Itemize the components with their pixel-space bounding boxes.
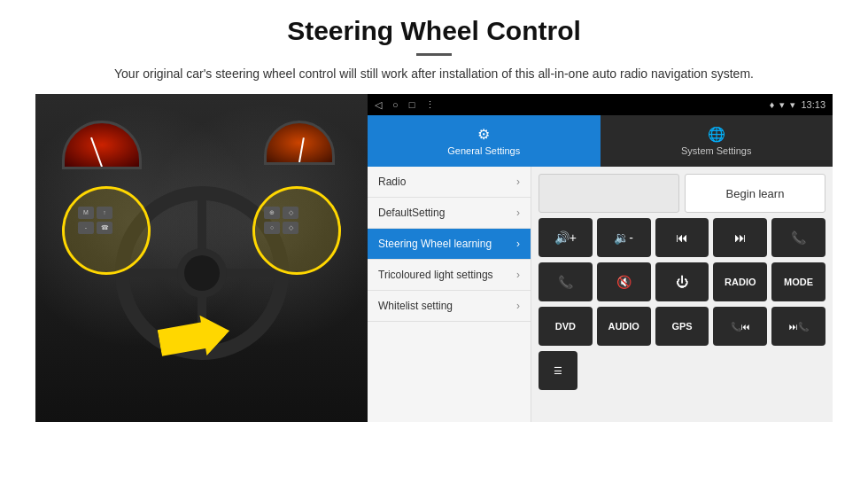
phone-prev-button[interactable]: 📞⏮ [713, 307, 767, 346]
gps-label: GPS [671, 321, 692, 332]
mode-button[interactable]: MODE [771, 262, 825, 301]
menu-item-whitelist[interactable]: Whitelist setting › [368, 291, 531, 322]
top-row: Begin learn [539, 174, 825, 213]
control-row-3: DVD AUDIO GPS 📞⏮ ⏭📞 [539, 307, 825, 346]
phone-next-icon: ⏭📞 [789, 322, 809, 332]
dvd-button[interactable]: DVD [539, 307, 593, 346]
control-row-2: 📞 🔇 ⏻ RADIO MODE [539, 262, 825, 301]
nav-menu-icon[interactable]: ⋮ [425, 99, 435, 111]
menu-default-label: DefaultSetting [378, 207, 445, 219]
dvd-label: DVD [555, 321, 576, 332]
control-row-1: 🔊+ 🔉- ⏮ ⏭ 📞 [539, 218, 825, 257]
phone-prev-icon: 📞⏮ [731, 322, 750, 332]
phone-next-button[interactable]: ⏭📞 [771, 307, 825, 346]
audio-label: AUDIO [608, 321, 639, 332]
vol-up-button[interactable]: 🔊+ [539, 218, 593, 257]
page-title: Steering Wheel Control [35, 16, 833, 46]
btn-r1[interactable]: ⊕ [264, 207, 280, 219]
answer-button[interactable]: 📞 [539, 262, 593, 301]
status-bar-right: ♦ ▾ ▾ 13:13 [770, 99, 825, 111]
gps-button[interactable]: GPS [655, 307, 709, 346]
vol-up-icon: 🔊+ [554, 230, 577, 245]
menu-steering-label: Steering Wheel learning [378, 238, 492, 250]
tab-bar: ⚙ General Settings 🌐 System Settings [368, 115, 833, 167]
car-visual: M ↑ - ☎ ⊕ ◇ [35, 94, 368, 422]
menu-radio-label: Radio [378, 176, 406, 188]
chevron-tricoloured: › [516, 269, 520, 281]
chevron-default: › [516, 207, 520, 219]
svg-marker-7 [156, 311, 233, 363]
empty-display-box [539, 174, 679, 213]
phone-icon: 📞 [791, 230, 806, 245]
mute-icon: 🔇 [616, 275, 632, 289]
power-icon: ⏻ [676, 275, 688, 289]
next-track-button[interactable]: ⏭ [713, 218, 767, 257]
right-button-cluster: ⊕ ◇ ○ ◇ [264, 207, 298, 234]
vol-down-button[interactable]: 🔉- [597, 218, 651, 257]
status-bar: ◁ ○ □ ⋮ ♦ ▾ ▾ 13:13 [368, 94, 833, 115]
car-image-section: M ↑ - ☎ ⊕ ◇ [35, 94, 368, 422]
list-icon: ☰ [554, 365, 562, 377]
android-ui: ◁ ○ □ ⋮ ♦ ▾ ▾ 13:13 ⚙ General Settings [368, 94, 833, 422]
title-section: Steering Wheel Control Your original car… [35, 16, 833, 83]
status-time: 13:13 [801, 99, 825, 110]
vol-down-icon: 🔉- [614, 230, 633, 245]
menu-tricoloured-label: Tricoloured light settings [378, 269, 493, 281]
btn-up[interactable]: ↑ [97, 207, 112, 219]
menu-item-default-setting[interactable]: DefaultSetting › [368, 198, 531, 229]
audio-button[interactable]: AUDIO [597, 307, 651, 346]
menu-whitelist-label: Whitelist setting [378, 300, 453, 312]
phone-button[interactable]: 📞 [771, 218, 825, 257]
gauge-left [62, 121, 142, 169]
system-settings-icon: 🌐 [708, 126, 725, 143]
menu-item-tricoloured[interactable]: Tricoloured light settings › [368, 260, 531, 291]
highlight-circle-right: ⊕ ◇ ○ ◇ [252, 186, 341, 275]
chevron-whitelist: › [516, 300, 520, 312]
wifi-icon: ▾ [790, 99, 795, 111]
list-menu-button[interactable]: ☰ [539, 351, 577, 390]
tab-system-label: System Settings [681, 145, 751, 156]
title-divider [416, 53, 452, 56]
radio-button[interactable]: RADIO [713, 262, 767, 301]
menu-list: Radio › DefaultSetting › Steering Wheel … [368, 167, 531, 422]
control-panel: Begin learn 🔊+ 🔉- ⏮ [531, 167, 833, 422]
power-button[interactable]: ⏻ [655, 262, 709, 301]
chevron-steering: › [516, 238, 520, 250]
highlight-circle-left: M ↑ - ☎ [62, 186, 151, 275]
main-panel: Radio › DefaultSetting › Steering Wheel … [368, 167, 833, 422]
status-bar-nav: ◁ ○ □ ⋮ [375, 99, 435, 111]
prev-track-button[interactable]: ⏮ [655, 218, 709, 257]
signal-icon: ▾ [779, 99, 785, 111]
radio-label: RADIO [725, 277, 756, 287]
nav-recents-icon[interactable]: □ [409, 99, 415, 111]
page-subtitle: Your original car's steering wheel contr… [102, 65, 766, 83]
tab-general-label: General Settings [447, 145, 520, 156]
mute-button[interactable]: 🔇 [597, 262, 651, 301]
control-row-4: ☰ [539, 351, 825, 390]
btn-phone[interactable]: ☎ [97, 222, 112, 234]
next-track-icon: ⏭ [734, 230, 747, 245]
nav-back-icon[interactable]: ◁ [375, 99, 382, 111]
answer-icon: 📞 [558, 275, 573, 289]
btn-r4[interactable]: ◇ [283, 222, 298, 234]
tab-system-settings[interactable]: 🌐 System Settings [601, 115, 833, 167]
chevron-radio: › [516, 176, 520, 188]
btn-r2[interactable]: ◇ [283, 207, 298, 219]
mode-label: MODE [784, 277, 813, 287]
settings-gear-icon: ⚙ [477, 126, 490, 143]
location-icon: ♦ [770, 99, 775, 110]
btn-mode[interactable]: M [78, 207, 94, 219]
btn-minus[interactable]: - [78, 222, 94, 234]
menu-item-steering-wheel[interactable]: Steering Wheel learning › [368, 229, 531, 260]
btn-r3[interactable]: ○ [264, 222, 280, 234]
menu-item-radio[interactable]: Radio › [368, 167, 531, 198]
page-wrapper: Steering Wheel Control Your original car… [0, 0, 868, 422]
left-button-cluster: M ↑ - ☎ [78, 207, 112, 234]
gauge-right [264, 121, 335, 165]
nav-home-icon[interactable]: ○ [392, 99, 399, 111]
begin-learn-button[interactable]: Begin learn [685, 174, 825, 213]
prev-track-icon: ⏮ [676, 230, 688, 245]
tab-general-settings[interactable]: ⚙ General Settings [368, 115, 601, 167]
content-area: M ↑ - ☎ ⊕ ◇ [35, 94, 833, 422]
svg-point-6 [184, 255, 220, 291]
